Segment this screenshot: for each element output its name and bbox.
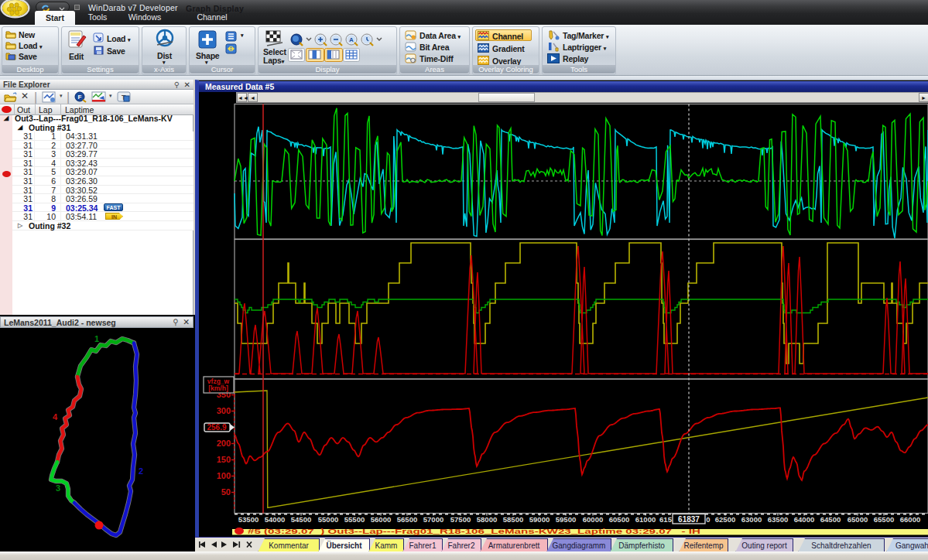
svg-text:59500: 59500 bbox=[556, 515, 576, 524]
svg-text:66000: 66000 bbox=[900, 515, 920, 524]
svg-text:A: A bbox=[349, 36, 354, 43]
svg-text:54500: 54500 bbox=[291, 515, 311, 524]
svg-text:3: 3 bbox=[56, 483, 60, 493]
svg-text:59000: 59000 bbox=[529, 515, 550, 524]
svg-text:4: 4 bbox=[53, 412, 58, 422]
svg-text:60000: 60000 bbox=[583, 515, 603, 524]
svg-text:61837: 61837 bbox=[678, 515, 700, 524]
svg-text:56000: 56000 bbox=[371, 515, 391, 524]
svg-text:#5 (03:29.07 ) Out3--Lap---Fr: #5 (03:29.07 ) Out3--Lap---Frag01_R18-10… bbox=[248, 528, 700, 535]
svg-text:2: 2 bbox=[139, 466, 143, 476]
svg-text:200: 200 bbox=[217, 439, 231, 448]
svg-text:256.9: 256.9 bbox=[207, 423, 226, 432]
svg-text:56500: 56500 bbox=[397, 515, 417, 524]
svg-text:300: 300 bbox=[217, 406, 231, 415]
svg-text:57000: 57000 bbox=[423, 515, 443, 524]
svg-text:64500: 64500 bbox=[820, 515, 841, 524]
svg-text:64000: 64000 bbox=[794, 515, 814, 524]
svg-text:615: 615 bbox=[659, 515, 673, 524]
svg-text:1: 1 bbox=[94, 334, 99, 343]
svg-text:55000: 55000 bbox=[318, 515, 338, 524]
svg-text:50: 50 bbox=[221, 487, 231, 497]
svg-text:65000: 65000 bbox=[848, 515, 868, 524]
svg-text:100: 100 bbox=[217, 471, 231, 480]
svg-text:58500: 58500 bbox=[503, 515, 523, 524]
svg-text:57500: 57500 bbox=[450, 515, 471, 524]
svg-text:60500: 60500 bbox=[609, 515, 629, 524]
svg-text:F: F bbox=[78, 94, 82, 101]
svg-text:[km/h]: [km/h] bbox=[208, 384, 228, 392]
svg-text:62500: 62500 bbox=[715, 515, 735, 524]
svg-text:65500: 65500 bbox=[874, 515, 894, 524]
svg-text:54000: 54000 bbox=[265, 515, 285, 524]
svg-text:58000: 58000 bbox=[477, 515, 497, 524]
svg-text:55500: 55500 bbox=[344, 515, 365, 524]
svg-text:63500: 63500 bbox=[768, 515, 788, 524]
svg-text:0: 0 bbox=[706, 515, 710, 524]
svg-text:63000: 63000 bbox=[741, 515, 762, 524]
svg-text:150: 150 bbox=[217, 455, 231, 464]
svg-text:61000: 61000 bbox=[635, 515, 656, 524]
svg-text:53500: 53500 bbox=[238, 515, 259, 524]
